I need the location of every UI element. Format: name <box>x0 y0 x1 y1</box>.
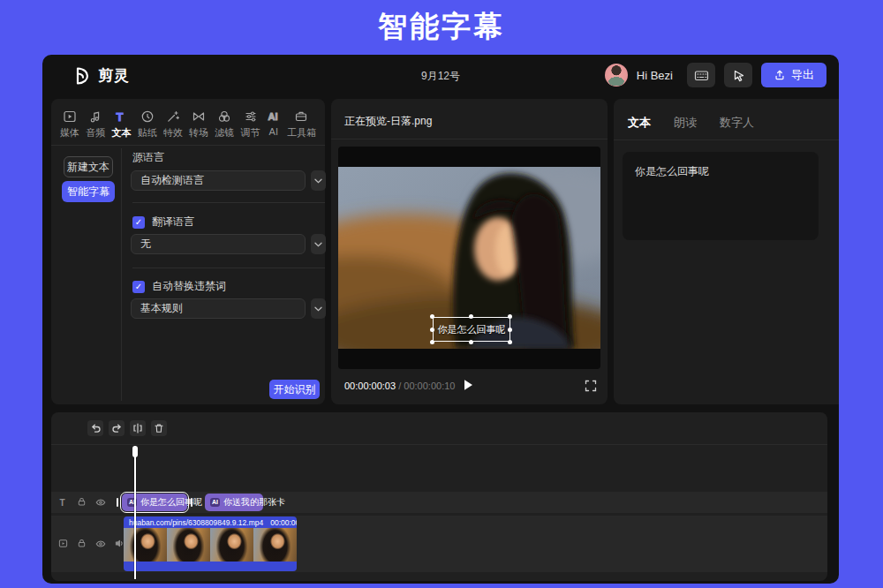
timeline-divider <box>51 444 827 445</box>
split-button[interactable] <box>130 420 146 436</box>
user-avatar[interactable] <box>605 64 628 87</box>
tab-filters[interactable]: 滤镜 <box>215 104 234 145</box>
ai-badge: AI <box>210 498 220 507</box>
forbidden-words-select[interactable]: 基本规则 <box>131 298 306 319</box>
delete-button[interactable] <box>151 420 167 436</box>
forbidden-words-label: 自动替换违禁词 <box>152 279 226 294</box>
svg-text:T: T <box>60 498 65 508</box>
eye-icon[interactable] <box>95 539 106 548</box>
undo-button[interactable] <box>87 420 103 436</box>
translate-language-select[interactable]: 无 <box>131 234 306 254</box>
play-button[interactable] <box>462 378 474 392</box>
ribbon-tabs: 媒体 音频 T 文本 贴纸 特效 转场 <box>51 104 325 145</box>
video-viewport[interactable]: 你是怎么回事呢 <box>338 147 600 369</box>
forbidden-words-row: ✓ 自动替换违禁词 <box>132 279 226 294</box>
tab-text-inspector[interactable]: 文本 <box>628 115 651 131</box>
video-track-icon <box>58 539 68 548</box>
undo-icon <box>90 423 102 433</box>
redo-icon <box>111 423 123 433</box>
app-window: 剪灵 9月12号 Hi Bezi <box>42 55 839 584</box>
inspector-panel: 文本 朗读 数字人 你是怎么回事呢 <box>614 99 839 404</box>
ribbon-divider <box>51 145 325 146</box>
timeline-toolbar <box>87 420 167 436</box>
inspector-divider <box>614 139 839 140</box>
tab-text[interactable]: T 文本 <box>111 104 131 145</box>
page-title: 智能字幕 <box>0 7 883 47</box>
app-header: 剪灵 9月12号 Hi Bezi <box>42 55 839 97</box>
cursor-icon <box>732 69 745 82</box>
translate-checkbox[interactable]: ✓ <box>132 216 145 229</box>
resize-handle[interactable] <box>508 314 512 319</box>
tab-adjust[interactable]: 调节 <box>241 104 260 145</box>
tab-digital-human[interactable]: 数字人 <box>720 115 754 131</box>
chevron-down-icon <box>314 306 322 312</box>
timeline-panel: T AI 你是怎么回事呢 <box>51 412 827 581</box>
source-language-select[interactable]: 自动检测语言 <box>131 170 306 191</box>
section-divider <box>132 202 325 203</box>
resize-handle[interactable] <box>508 328 512 332</box>
redo-button[interactable] <box>109 420 125 436</box>
export-label: 导出 <box>791 67 814 83</box>
fullscreen-button[interactable] <box>585 380 597 392</box>
video-clip-info: huaban.com/pins/6308809849.9.12.mp4 00:0… <box>124 516 297 528</box>
chevron-down-icon <box>314 178 322 184</box>
resize-handle[interactable] <box>469 314 473 319</box>
tab-transitions[interactable]: 转场 <box>189 104 208 145</box>
translate-language-chevron-button[interactable] <box>311 234 326 254</box>
playhead[interactable] <box>134 446 136 579</box>
play-icon <box>462 378 474 392</box>
smart-subtitle-button[interactable]: 智能字幕 <box>62 181 115 202</box>
forbidden-words-checkbox[interactable]: ✓ <box>132 281 145 293</box>
tab-read-aloud[interactable]: 朗读 <box>674 115 697 131</box>
lock-icon[interactable] <box>77 497 87 507</box>
source-language-chevron-button[interactable] <box>311 170 326 191</box>
text-track-icon: T <box>58 497 68 507</box>
playhead-handle[interactable] <box>132 446 138 457</box>
keyboard-icon <box>694 69 709 82</box>
tab-sticker[interactable]: 贴纸 <box>138 104 157 145</box>
clip-trim-handle-right[interactable] <box>191 498 192 507</box>
clip-trim-handle-left[interactable] <box>117 498 118 507</box>
tab-media[interactable]: 媒体 <box>60 104 79 145</box>
resize-handle[interactable] <box>430 314 434 319</box>
sidebar-divider <box>121 148 122 401</box>
subtitle-overlay[interactable]: 你是怎么回事呢 <box>433 317 510 342</box>
resize-handle[interactable] <box>430 340 434 344</box>
subtitle-clip-2[interactable]: AI 你送我的那张卡 <box>205 494 263 511</box>
export-icon <box>774 69 786 81</box>
eye-icon[interactable] <box>95 498 106 507</box>
start-recognition-button[interactable]: 开始识别 <box>269 380 320 399</box>
lock-icon[interactable] <box>77 539 87 548</box>
tab-toolbox[interactable]: 工具箱 <box>287 104 316 145</box>
timecode: 00:00:00:03 / 00:00:00:10 <box>344 381 455 391</box>
export-button[interactable]: 导出 <box>761 63 826 87</box>
subtitle-track-header: T <box>58 497 106 507</box>
subtitle-text-input[interactable]: 你是怎么回事呢 <box>623 152 819 240</box>
new-text-button[interactable]: 新建文本 <box>64 156 113 177</box>
video-clip-thumbnails <box>124 528 297 562</box>
svg-text:AI: AI <box>268 111 277 122</box>
video-clip[interactable]: huaban.com/pins/6308809849.9.12.mp4 00:0… <box>124 516 297 571</box>
chevron-down-icon <box>314 242 322 247</box>
svg-text:T: T <box>117 110 124 124</box>
tab-audio[interactable]: 音频 <box>86 104 105 145</box>
section-divider <box>132 268 325 268</box>
inspector-tabs: 文本 朗读 数字人 <box>628 115 754 131</box>
pointer-mode-button[interactable] <box>724 63 752 87</box>
resize-handle[interactable] <box>508 340 512 344</box>
playback-controls: 00:00:00:03 / 00:00:00:10 <box>331 369 608 404</box>
fullscreen-icon <box>585 380 597 392</box>
preview-header-divider <box>331 139 608 139</box>
forbidden-words-chevron-button[interactable] <box>311 298 326 319</box>
resize-handle[interactable] <box>430 328 434 332</box>
video-thumbnail <box>253 528 297 562</box>
preview-title: 正在预览-日落.png <box>344 114 432 129</box>
tab-effects[interactable]: 特效 <box>163 104 183 145</box>
video-thumbnail <box>124 528 167 562</box>
tab-ai[interactable]: AI AI <box>267 104 281 145</box>
shortcuts-button[interactable] <box>687 63 715 87</box>
subtitle-clip-1[interactable]: AI 你是怎么回事呢 <box>122 494 187 511</box>
clip-label: 你送我的那张卡 <box>223 496 285 509</box>
translate-language-row: ✓ 翻译语言 <box>132 215 194 230</box>
resize-handle[interactable] <box>469 340 473 344</box>
